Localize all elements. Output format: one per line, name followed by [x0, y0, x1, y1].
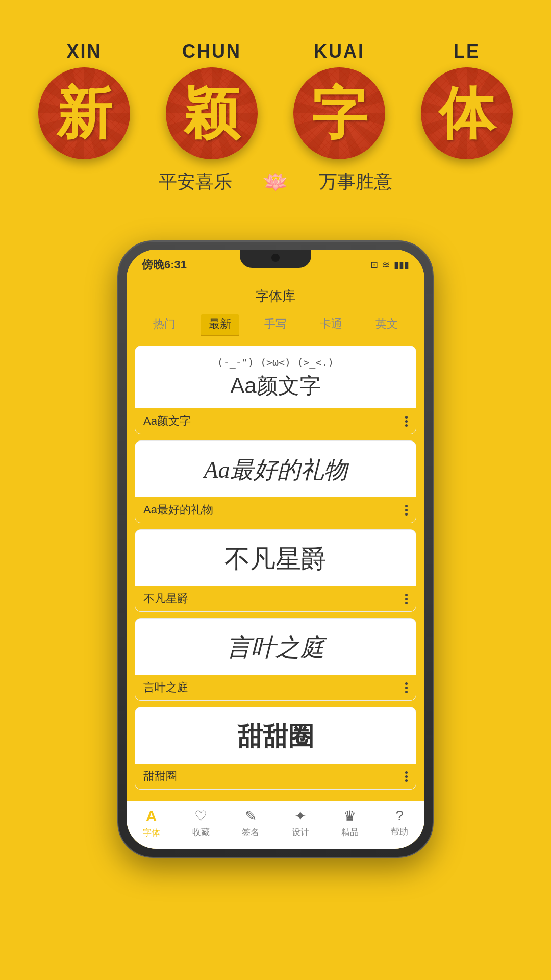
font-card-kaomoji[interactable]: (-_-") (>ω<) (>_<.) Aa颜文字 Aa颜文字 — [135, 346, 416, 434]
font-kotoba-text: 言叶之庭 — [227, 631, 324, 664]
nav-help-label: 帮助 — [391, 826, 408, 838]
font-footer-kaomoji: Aa颜文字 — [135, 408, 416, 434]
tab-bar[interactable]: 热门 最新 手写 卡通 英文 — [127, 308, 424, 340]
font-kaomoji-text: Aa颜文字 — [217, 372, 334, 400]
circle-xin: 新 — [38, 67, 130, 159]
font-more-star[interactable] — [405, 594, 408, 604]
font-footer-kotoba: 言叶之庭 — [135, 675, 416, 700]
char-le-text: 体 — [439, 85, 495, 141]
tab-english[interactable]: 英文 — [359, 308, 414, 340]
nav-design[interactable]: ✦ 设计 — [292, 807, 309, 839]
character-row: XIN 新 CHUN 颖 KUAI 字 LE — [20, 41, 531, 159]
tab-latest[interactable]: 最新 — [192, 308, 248, 340]
nav-help[interactable]: ? 帮助 — [391, 807, 408, 839]
battery-icon: ⊡ — [370, 259, 378, 271]
nav-premium-label: 精品 — [341, 826, 359, 838]
tab-handwrite[interactable]: 手写 — [248, 308, 304, 340]
char-kuai: KUAI 字 — [293, 41, 385, 159]
tab-latest-label: 最新 — [201, 314, 239, 336]
char-kuai-text: 字 — [311, 85, 367, 141]
signal-icon: ▮▮▮ — [394, 259, 409, 271]
phone-frame: 傍晚6:31 ⊡ ≋ ▮▮▮ 字体库 热门 最新 — [117, 240, 434, 858]
font-footer-gift: Aa最好的礼物 — [135, 497, 416, 523]
font-preview-star: 不凡星爵 — [135, 530, 416, 586]
tab-english-label: 英文 — [369, 314, 404, 335]
font-more-kotoba[interactable] — [405, 682, 408, 693]
nav-premium-icon: ♛ — [343, 807, 356, 824]
nav-fonts-icon: A — [146, 807, 157, 825]
font-gift-text: Aa最好的礼物 — [204, 454, 347, 486]
nav-help-icon: ? — [396, 807, 404, 824]
font-preview-gift: Aa最好的礼物 — [135, 441, 416, 497]
nav-signature-icon: ✎ — [245, 807, 257, 824]
font-more-kaomoji[interactable] — [405, 416, 408, 427]
char-le: LE 体 — [421, 41, 513, 159]
font-preview-sweet: 甜甜圈 — [135, 707, 416, 764]
phone-notch — [240, 250, 311, 268]
nav-fonts-label: 字体 — [143, 827, 160, 839]
nav-favorites-label: 收藏 — [192, 826, 210, 838]
font-name-sweet: 甜甜圈 — [143, 769, 177, 784]
circle-chun: 颖 — [166, 67, 258, 159]
circle-kuai: 字 — [293, 67, 385, 159]
status-icons: ⊡ ≋ ▮▮▮ — [370, 259, 409, 271]
app-header: 字体库 — [127, 282, 424, 308]
subtitle-row: 平安喜乐 🪷 万事胜意 — [20, 169, 531, 194]
tab-hot[interactable]: 热门 — [137, 308, 192, 340]
tab-cartoon[interactable]: 卡通 — [303, 308, 359, 340]
font-more-gift[interactable] — [405, 505, 408, 516]
phone-screen: 傍晚6:31 ⊡ ≋ ▮▮▮ 字体库 热门 最新 — [127, 250, 424, 849]
font-card-sweet[interactable]: 甜甜圈 甜甜圈 — [135, 707, 416, 790]
circle-le: 体 — [421, 67, 513, 159]
nav-favorites[interactable]: ♡ 收藏 — [192, 807, 210, 839]
nav-fonts[interactable]: A 字体 — [143, 807, 160, 839]
font-name-kotoba: 言叶之庭 — [143, 680, 188, 695]
hero-section: XIN 新 CHUN 颖 KUAI 字 LE — [0, 0, 551, 215]
char-xin-text: 新 — [56, 85, 112, 141]
tab-handwrite-label: 手写 — [258, 314, 293, 335]
nav-design-label: 设计 — [292, 826, 309, 838]
pinyin-le: LE — [454, 41, 480, 62]
font-name-gift: Aa最好的礼物 — [143, 502, 213, 518]
font-card-gift[interactable]: Aa最好的礼物 Aa最好的礼物 — [135, 440, 416, 523]
pinyin-kuai: KUAI — [314, 41, 365, 62]
pinyin-chun: CHUN — [182, 41, 241, 62]
char-xin: XIN 新 — [38, 41, 130, 159]
nav-signature[interactable]: ✎ 签名 — [242, 807, 259, 839]
lotus-icon: 🪷 — [263, 170, 288, 194]
nav-signature-label: 签名 — [242, 826, 259, 838]
font-footer-star: 不凡星爵 — [135, 586, 416, 611]
font-list: (-_-") (>ω<) (>_<.) Aa颜文字 Aa颜文字 Aa最好 — [127, 344, 424, 801]
font-footer-sweet: 甜甜圈 — [135, 764, 416, 789]
tab-cartoon-label: 卡通 — [314, 314, 348, 335]
subtitle-right: 万事胜意 — [319, 169, 392, 194]
font-card-star[interactable]: 不凡星爵 不凡星爵 — [135, 529, 416, 612]
app-title: 字体库 — [256, 288, 295, 304]
phone-container: 傍晚6:31 ⊡ ≋ ▮▮▮ 字体库 热门 最新 — [0, 240, 551, 889]
char-chun-text: 颖 — [184, 85, 240, 141]
subtitle-left: 平安喜乐 — [159, 169, 232, 194]
font-name-kaomoji: Aa颜文字 — [143, 413, 191, 429]
nav-premium[interactable]: ♛ 精品 — [341, 807, 359, 839]
bottom-nav: A 字体 ♡ 收藏 ✎ 签名 ✦ 设计 ♛ 精品 — [127, 801, 424, 849]
char-chun: CHUN 颖 — [166, 41, 258, 159]
tab-hot-label: 热门 — [147, 314, 182, 335]
font-preview-kaomoji: (-_-") (>ω<) (>_<.) Aa颜文字 — [135, 346, 416, 408]
font-more-sweet[interactable] — [405, 771, 408, 782]
nav-design-icon: ✦ — [294, 807, 306, 824]
wifi-icon: ≋ — [382, 259, 390, 271]
pinyin-xin: XIN — [66, 41, 102, 62]
font-sweet-text: 甜甜圈 — [237, 720, 314, 754]
font-star-text: 不凡星爵 — [224, 542, 327, 576]
font-name-star: 不凡星爵 — [143, 591, 188, 606]
status-time: 傍晚6:31 — [142, 257, 187, 273]
font-card-kotoba[interactable]: 言叶之庭 言叶之庭 — [135, 618, 416, 701]
nav-favorites-icon: ♡ — [194, 807, 207, 824]
font-preview-kotoba: 言叶之庭 — [135, 619, 416, 675]
